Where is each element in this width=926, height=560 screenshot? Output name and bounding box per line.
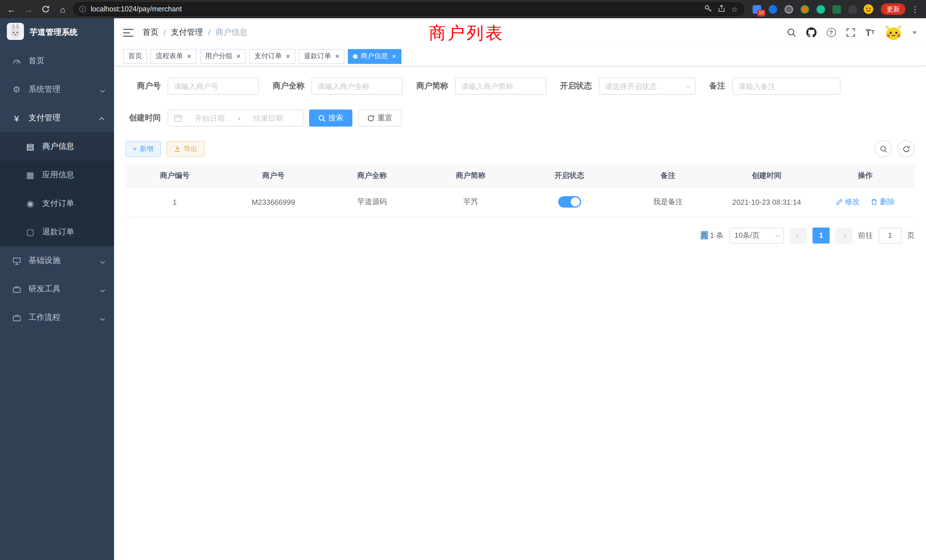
col-merchant-no: 商户号	[224, 164, 323, 187]
sidebar-menu: 首页 ⚙ 系统管理 ¥ 支付管理 ▤ 商户信息	[0, 47, 114, 332]
app-logo[interactable]: 芋道管理系统	[0, 18, 114, 47]
sidebar: 芋道管理系统 首页 ⚙ 系统管理 ¥ 支付管理	[0, 18, 114, 560]
chevron-down-icon	[100, 288, 105, 292]
tab-home[interactable]: 首页	[123, 49, 147, 64]
tab-process-form[interactable]: 流程表单 ×	[151, 49, 197, 64]
sidebar-item-pay-order[interactable]: ◉ 支付订单	[0, 189, 114, 218]
extensions-puzzle-icon[interactable]	[847, 3, 858, 15]
browser-reload-icon[interactable]	[39, 2, 53, 16]
browser-menu-icon[interactable]: ⋮	[909, 5, 921, 14]
extension-icon[interactable]	[815, 3, 826, 15]
sidebar-item-system[interactable]: ⚙ 系统管理	[0, 75, 114, 104]
profile-avatar-icon[interactable]	[863, 3, 874, 15]
short-name-input[interactable]	[455, 77, 546, 95]
share-icon[interactable]	[718, 4, 726, 14]
help-icon[interactable]: ?	[826, 28, 836, 37]
sidebar-item-home[interactable]: 首页	[0, 47, 114, 75]
extension-icon[interactable]: 10	[751, 3, 763, 15]
status-label: 开启状态	[560, 81, 592, 91]
chevron-down-icon	[100, 316, 105, 321]
total-count: 共 1 条	[701, 230, 723, 241]
target-icon: ◉	[25, 198, 35, 209]
sidebar-item-merchant-info[interactable]: ▤ 商户信息	[0, 132, 114, 161]
browser-home-icon[interactable]: ⌂	[56, 2, 70, 16]
extensions-strip: 10	[751, 3, 874, 15]
breadcrumb-home[interactable]: 首页	[142, 27, 159, 38]
close-icon[interactable]: ×	[187, 53, 191, 60]
search-button[interactable]: 搜索	[309, 109, 353, 127]
page-size-select[interactable]: 10条/页	[729, 227, 784, 243]
sidebar-collapse-icon[interactable]	[123, 28, 133, 37]
prev-page-button[interactable]	[790, 227, 807, 243]
close-icon[interactable]: ×	[392, 53, 396, 60]
briefcase-icon	[11, 285, 22, 294]
close-icon[interactable]: ×	[286, 53, 290, 60]
col-full-name: 商户全称	[323, 164, 421, 187]
header-search-icon[interactable]	[787, 28, 796, 37]
create-time-range-picker[interactable]: -	[168, 109, 303, 127]
col-remark: 备注	[619, 164, 717, 187]
end-date-input[interactable]	[244, 114, 293, 122]
goto-label: 前往	[858, 230, 873, 241]
url-text[interactable]: localhost:1024/pay/merchant	[91, 5, 700, 13]
address-bar[interactable]: ⓘ localhost:1024/pay/merchant ☆	[73, 2, 744, 16]
monitor-icon	[11, 256, 22, 265]
site-info-icon[interactable]: ⓘ	[79, 4, 86, 14]
remark-input[interactable]	[732, 77, 840, 95]
add-button[interactable]: + 新增	[126, 141, 161, 157]
delete-button[interactable]: 删除	[871, 197, 895, 207]
toggle-search-button[interactable]	[875, 140, 892, 157]
tab-refund-order[interactable]: 退款订单 ×	[299, 49, 345, 64]
edit-button[interactable]: 修改	[836, 197, 859, 207]
export-button[interactable]: 导出	[166, 141, 205, 157]
goto-page-input[interactable]	[879, 227, 902, 243]
status-toggle[interactable]	[558, 196, 581, 207]
browser-forward-icon[interactable]: →	[22, 2, 35, 16]
bookmark-star-icon[interactable]: ☆	[731, 5, 738, 14]
sidebar-item-devtools[interactable]: 研发工具	[0, 275, 114, 303]
sidebar-item-label: 系统管理	[29, 85, 61, 95]
user-avatar[interactable]	[885, 24, 902, 41]
extension-icon[interactable]	[767, 3, 778, 15]
sidebar-item-workflow[interactable]: 工作流程	[0, 303, 114, 332]
breadcrumb-payment[interactable]: 支付管理	[171, 27, 203, 38]
col-merchant-id: 商户编号	[126, 164, 224, 187]
cell-remark: 我是备注	[619, 187, 717, 217]
page-content: 商户号 商户全称 商户简称	[114, 66, 926, 560]
status-select[interactable]	[599, 77, 696, 95]
close-icon[interactable]: ×	[335, 53, 340, 60]
full-name-label: 商户全称	[272, 81, 304, 91]
sidebar-item-label: 工作流程	[29, 312, 61, 323]
full-name-input[interactable]	[311, 77, 402, 95]
tab-pay-order[interactable]: 支付订单 ×	[249, 49, 295, 64]
briefcase-icon	[11, 313, 22, 322]
github-icon[interactable]	[806, 27, 816, 38]
next-page-button[interactable]	[835, 227, 852, 243]
sidebar-item-app-info[interactable]: ▦ 应用信息	[0, 161, 114, 189]
font-size-icon[interactable]: TT	[865, 28, 875, 37]
extension-icon[interactable]	[799, 3, 810, 15]
sidebar-item-refund-order[interactable]: ▢ 退款订单	[0, 218, 114, 246]
tab-user-group[interactable]: 用户分组 ×	[200, 49, 246, 64]
avatar-dropdown-caret-icon[interactable]	[912, 31, 917, 34]
browser-back-icon[interactable]: ←	[5, 2, 18, 16]
browser-update-button[interactable]: 更新	[881, 3, 905, 15]
extension-icon[interactable]	[783, 3, 794, 15]
close-icon[interactable]: ×	[236, 53, 241, 60]
reset-button[interactable]: 重置	[358, 109, 401, 127]
extension-icon[interactable]	[831, 3, 842, 15]
sidebar-item-payment[interactable]: ¥ 支付管理	[0, 104, 114, 132]
grid-icon: ▦	[25, 170, 35, 180]
start-date-input[interactable]	[185, 114, 235, 122]
gear-icon: ⚙	[11, 85, 22, 95]
pagination: 共 1 条 10条/页 1 前往 页	[126, 227, 915, 243]
merchant-no-input[interactable]	[168, 77, 259, 95]
sidebar-item-infrastructure[interactable]: 基础设施	[0, 246, 114, 275]
password-key-icon[interactable]	[705, 4, 713, 14]
remark-label: 备注	[709, 81, 725, 91]
page-number-1[interactable]: 1	[813, 227, 830, 243]
screen: ← → ⌂ ⓘ localhost:1024/pay/merchant ☆ 10	[0, 0, 926, 560]
tab-merchant-info[interactable]: 商户信息 ×	[348, 49, 401, 64]
fullscreen-icon[interactable]	[846, 28, 855, 37]
refresh-button[interactable]	[897, 140, 915, 157]
